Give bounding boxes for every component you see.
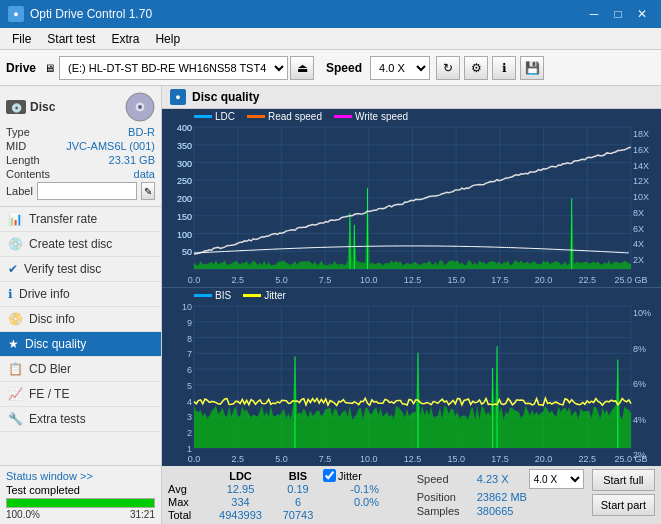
position-label: Position xyxy=(417,491,473,503)
close-button[interactable]: ✕ xyxy=(631,5,653,23)
sidebar-item-drive-info[interactable]: ℹ Drive info xyxy=(0,282,161,307)
sidebar-item-transfer-rate-label: Transfer rate xyxy=(29,212,97,226)
eject-button[interactable]: ⏏ xyxy=(290,56,314,80)
start-full-button[interactable]: Start full xyxy=(592,469,655,491)
disc-type-row: Type BD-R xyxy=(6,126,155,138)
legend-write-speed-label: Write speed xyxy=(355,111,408,122)
start-buttons: Start full Start part xyxy=(592,469,655,516)
max-ldc: 334 xyxy=(208,496,273,508)
disc-type-value: BD-R xyxy=(128,126,155,138)
fe-te-icon: 📈 xyxy=(8,387,23,401)
sidebar-item-fe-te-label: FE / TE xyxy=(29,387,69,401)
disc-type-label: Type xyxy=(6,126,30,138)
total-ldc: 4943993 xyxy=(208,509,273,521)
main-layout: 💿 Disc Type BD-R MID JVC-AMS6L (001) xyxy=(0,86,661,524)
disc-header-left: 💿 Disc xyxy=(6,100,55,114)
avg-ldc: 12.95 xyxy=(208,483,273,495)
top-chart-legend: LDC Read speed Write speed xyxy=(194,111,408,122)
sidebar-item-create-test-disc-label: Create test disc xyxy=(29,237,112,251)
disc-mid-row: MID JVC-AMS6L (001) xyxy=(6,140,155,152)
disc-panel: 💿 Disc Type BD-R MID JVC-AMS6L (001) xyxy=(0,86,161,207)
disc-length-label: Length xyxy=(6,154,40,166)
drive-select[interactable]: (E:) HL-DT-ST BD-RE WH16NS58 TST4 xyxy=(59,56,288,80)
legend-bis: BIS xyxy=(194,290,231,301)
app-title: Opti Drive Control 1.70 xyxy=(30,7,152,21)
sidebar-item-disc-info[interactable]: 📀 Disc info xyxy=(0,307,161,332)
sidebar-item-verify-test-disc[interactable]: ✔ Verify test disc xyxy=(0,257,161,282)
total-bis: 70743 xyxy=(273,509,323,521)
disc-contents-label: Contents xyxy=(6,168,50,180)
legend-jitter: Jitter xyxy=(243,290,286,301)
bottom-chart: BIS Jitter xyxy=(162,288,661,466)
disc-header: 💿 Disc xyxy=(6,92,155,122)
progress-bar-inner xyxy=(7,499,154,507)
speed-select[interactable]: 4.0 X 2.0 X 8.0 X xyxy=(370,56,430,80)
samples-row: Samples 380665 xyxy=(417,505,584,517)
sidebar-item-disc-quality[interactable]: ★ Disc quality xyxy=(0,332,161,357)
jitter-color xyxy=(243,294,261,297)
sidebar-item-extra-tests[interactable]: 🔧 Extra tests xyxy=(0,407,161,432)
legend-write-speed: Write speed xyxy=(334,111,408,122)
sidebar-item-drive-info-label: Drive info xyxy=(19,287,70,301)
cd-bler-icon: 📋 xyxy=(8,362,23,376)
menu-file[interactable]: File xyxy=(4,30,39,48)
avg-bis: 0.19 xyxy=(273,483,323,495)
menu-help[interactable]: Help xyxy=(147,30,188,48)
sidebar-item-cd-bler[interactable]: 📋 CD Bler xyxy=(0,357,161,382)
progress-bar-outer xyxy=(6,498,155,508)
refresh-button[interactable]: ↻ xyxy=(436,56,460,80)
disc-label-input[interactable] xyxy=(37,182,137,200)
titlebar-left: ● Opti Drive Control 1.70 xyxy=(8,6,152,22)
menu-start-test[interactable]: Start test xyxy=(39,30,103,48)
save-button[interactable]: 💾 xyxy=(520,56,544,80)
verify-test-disc-icon: ✔ xyxy=(8,262,18,276)
speed-select-stats[interactable]: 4.0 X 2.0 X 8.0 X xyxy=(529,469,584,489)
window-controls: ─ □ ✕ xyxy=(583,5,653,23)
write-speed-color xyxy=(334,115,352,118)
sidebar-item-fe-te[interactable]: 📈 FE / TE xyxy=(0,382,161,407)
speed-position-panel: Speed 4.23 X 4.0 X 2.0 X 8.0 X Position … xyxy=(417,469,584,517)
legend-bis-label: BIS xyxy=(215,290,231,301)
sidebar-item-disc-quality-label: Disc quality xyxy=(25,337,86,351)
progress-percent: 100.0% xyxy=(6,509,40,520)
stats-col-bis: BIS xyxy=(273,470,323,482)
disc-quality-title: Disc quality xyxy=(192,90,259,104)
app-icon: ● xyxy=(8,6,24,22)
settings-button[interactable]: ⚙ xyxy=(464,56,488,80)
start-part-button[interactable]: Start part xyxy=(592,494,655,516)
avg-label: Avg xyxy=(168,483,208,495)
legend-read-speed: Read speed xyxy=(247,111,322,122)
sidebar-item-transfer-rate[interactable]: 📊 Transfer rate xyxy=(0,207,161,232)
disc-label-edit-button[interactable]: ✎ xyxy=(141,182,155,200)
menu-extra[interactable]: Extra xyxy=(103,30,147,48)
speed-row: Speed 4.23 X 4.0 X 2.0 X 8.0 X xyxy=(417,469,584,489)
extra-tests-icon: 🔧 xyxy=(8,412,23,426)
stats-total-row: Total 4943993 70743 xyxy=(168,509,413,521)
transfer-rate-icon: 📊 xyxy=(8,212,23,226)
minimize-button[interactable]: ─ xyxy=(583,5,605,23)
create-test-disc-icon: 💿 xyxy=(8,237,23,251)
avg-jitter: -0.1% xyxy=(323,483,383,495)
info-button[interactable]: ℹ xyxy=(492,56,516,80)
sidebar-status: Status window >> Test completed 100.0% 3… xyxy=(0,465,161,524)
sidebar-item-create-test-disc[interactable]: 💿 Create test disc xyxy=(0,232,161,257)
disc-length-row: Length 23.31 GB xyxy=(6,154,155,166)
jitter-checkbox[interactable] xyxy=(323,469,336,482)
disc-thumbnail xyxy=(125,92,155,122)
svg-text:💿: 💿 xyxy=(11,102,23,114)
titlebar: ● Opti Drive Control 1.70 ─ □ ✕ xyxy=(0,0,661,28)
position-value: 23862 MB xyxy=(477,491,527,503)
position-row: Position 23862 MB xyxy=(417,491,584,503)
toolbar: Drive 🖥 (E:) HL-DT-ST BD-RE WH16NS58 TST… xyxy=(0,50,661,86)
stats-col-ldc: LDC xyxy=(208,470,273,482)
maximize-button[interactable]: □ xyxy=(607,5,629,23)
stats-panel: LDC BIS Jitter Avg 12.95 0.19 -0.1% Max xyxy=(162,465,661,524)
legend-ldc-label: LDC xyxy=(215,111,235,122)
elapsed-time: 31:21 xyxy=(130,509,155,520)
total-label: Total xyxy=(168,509,208,521)
max-label: Max xyxy=(168,496,208,508)
speed-label-text: Speed xyxy=(417,473,473,485)
disc-title: Disc xyxy=(30,100,55,114)
sidebar-item-disc-info-label: Disc info xyxy=(29,312,75,326)
status-window-link[interactable]: Status window >> xyxy=(6,470,93,482)
